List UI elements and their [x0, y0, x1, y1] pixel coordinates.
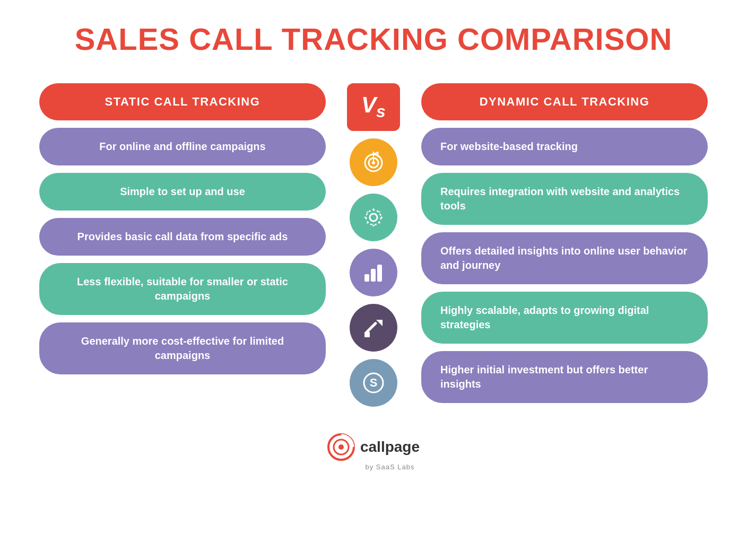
right-row-3: Offers detailed insights into online use…	[421, 232, 708, 284]
cost-icon-container: S	[350, 359, 397, 407]
svg-point-19	[338, 444, 344, 450]
settings-icon	[350, 194, 397, 241]
svg-rect-14	[364, 332, 370, 337]
right-row-2: Requires integration with website and an…	[421, 173, 708, 225]
svg-rect-11	[377, 265, 382, 282]
settings-icon-container	[350, 194, 397, 241]
target-icon	[350, 138, 397, 186]
callpage-logo-icon	[327, 433, 355, 461]
svg-rect-9	[364, 274, 369, 282]
chart-icon-container	[350, 249, 397, 296]
page-title: SALES CALL TRACKING COMPARISON	[75, 21, 673, 57]
svg-rect-10	[371, 269, 376, 282]
footer-logo: callpage	[327, 433, 420, 461]
comparison-wrapper: STATIC CALL TRACKING For online and offl…	[32, 83, 715, 407]
svg-text:S: S	[370, 376, 378, 389]
vs-badge: Vs	[347, 83, 400, 131]
cost-icon: S	[350, 359, 397, 407]
footer: callpage by SaaS Labs	[327, 433, 420, 471]
vs-badge-container: Vs	[347, 83, 400, 131]
svg-point-7	[370, 214, 377, 221]
right-row-1: For website-based tracking	[421, 128, 708, 165]
right-header: DYNAMIC CALL TRACKING	[421, 83, 708, 120]
right-row-5: Higher initial investment but offers bet…	[421, 351, 708, 403]
right-column: DYNAMIC CALL TRACKING For website-based …	[421, 83, 715, 403]
footer-brand-name: callpage	[360, 439, 420, 456]
footer-sub-label: by SaaS Labs	[366, 463, 415, 471]
left-header: STATIC CALL TRACKING	[39, 83, 326, 120]
center-column: Vs	[326, 83, 421, 407]
left-row-2: Simple to set up and use	[39, 173, 326, 211]
target-icon-container	[350, 138, 397, 186]
right-row-4: Highly scalable, adapts to growing digit…	[421, 292, 708, 344]
left-row-5: Generally more cost-effective for limite…	[39, 322, 326, 374]
svg-marker-13	[376, 320, 383, 326]
left-column: STATIC CALL TRACKING For online and offl…	[32, 83, 326, 374]
scale-icon	[350, 304, 397, 352]
scale-icon-container	[350, 304, 397, 352]
chart-icon	[350, 249, 397, 296]
left-row-4: Less flexible, suitable for smaller or s…	[39, 263, 326, 315]
left-row-1: For online and offline campaigns	[39, 128, 326, 165]
left-row-3: Provides basic call data from specific a…	[39, 218, 326, 256]
